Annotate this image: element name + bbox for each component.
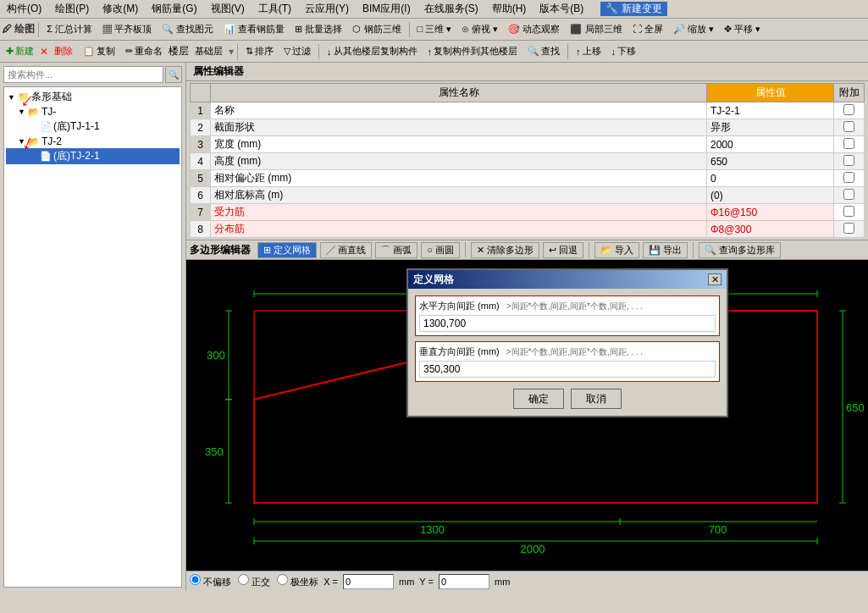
menu-item-online[interactable]: 在线服务(S) bbox=[421, 2, 482, 16]
menu-item-help[interactable]: 帮助(H) bbox=[489, 2, 530, 16]
menu-item-bim[interactable]: BIM应用(I) bbox=[359, 2, 414, 16]
rename-btn[interactable]: ✏ 重命名 bbox=[121, 43, 167, 59]
sort-btn[interactable]: ⇅ 排序 bbox=[241, 43, 278, 59]
local-3d-btn[interactable]: ⬛ 局部三维 bbox=[566, 21, 626, 37]
props-row-attach-1[interactable] bbox=[834, 119, 865, 136]
menu-item-view[interactable]: 视图(V) bbox=[207, 2, 248, 16]
props-row-attach-3[interactable] bbox=[834, 153, 865, 170]
tree-tj1[interactable]: ▼ 📂 TJ- bbox=[6, 105, 180, 119]
dialog-ok-btn[interactable]: 确定 bbox=[513, 389, 564, 409]
props-row-value-0[interactable] bbox=[707, 102, 834, 119]
batch-select-btn[interactable]: ⊞ 批量选择 bbox=[290, 21, 346, 37]
props-row-num-4: 5 bbox=[191, 170, 211, 187]
3d-view-btn[interactable]: □ 三维 ▾ bbox=[413, 21, 456, 37]
pan-btn[interactable]: ✥ 平移 ▾ bbox=[720, 21, 765, 37]
draw-circle-btn[interactable]: ○ 画圆 bbox=[421, 242, 460, 258]
props-row-value-6[interactable] bbox=[707, 204, 834, 221]
radio-no-offset-input[interactable] bbox=[190, 574, 201, 585]
dialog-cancel-btn[interactable]: 取消 bbox=[571, 389, 622, 409]
props-row-value-1[interactable] bbox=[707, 119, 834, 136]
section-label: 🖊 绘图 bbox=[2, 22, 35, 36]
expand-icon-root: ▼ bbox=[8, 93, 16, 102]
view-rebar-btn[interactable]: 📊 查看钢筋量 bbox=[219, 21, 289, 37]
separator-3 bbox=[237, 44, 238, 59]
props-row-attach-5[interactable] bbox=[834, 187, 865, 204]
props-row-value-5[interactable] bbox=[707, 187, 834, 204]
props-row-num-1: 2 bbox=[191, 119, 211, 136]
from-other-floor-btn[interactable]: ↓ 从其他楼层复制构件 bbox=[323, 43, 422, 59]
tree-tj2-1[interactable]: 📄 (底)TJ-2-1 bbox=[6, 148, 180, 164]
radio-orthogonal[interactable]: 正交 bbox=[238, 574, 270, 588]
filter-btn[interactable]: ▽ 过滤 bbox=[279, 43, 315, 59]
floor-label: 楼层 bbox=[169, 44, 189, 58]
radio-orthogonal-input[interactable] bbox=[238, 574, 249, 585]
menu-item-modify[interactable]: 修改(M) bbox=[99, 2, 141, 16]
define-grid-dialog: 定义网格 ✕ 水平方向间距 (mm) >间距*个数,间距,间距*个数,间距, .… bbox=[406, 268, 728, 417]
props-row-value-7[interactable] bbox=[707, 221, 834, 238]
flat-top-btn[interactable]: ▦ 平齐板顶 bbox=[98, 21, 156, 37]
copy-to-btn[interactable]: ↑ 复制构件到其他楼层 bbox=[423, 43, 522, 59]
y-input[interactable] bbox=[439, 574, 489, 589]
props-row-attach-4[interactable] bbox=[834, 170, 865, 187]
find-element-btn[interactable]: 🔍 查找图元 bbox=[158, 21, 218, 37]
props-row-value-3[interactable] bbox=[707, 153, 834, 170]
menu-item-parts[interactable]: 构件(O) bbox=[3, 2, 45, 16]
delete-btn[interactable]: 删除 bbox=[50, 43, 77, 59]
clear-polygon-btn[interactable]: ✕ 清除多边形 bbox=[471, 242, 539, 258]
dialog-titlebar: 定义网格 ✕ bbox=[408, 270, 727, 289]
vertical-hint: >间距*个数,间距,间距*个数,间距, . . . bbox=[506, 346, 643, 358]
menu-item-new-change[interactable]: 🔧 新建变更 bbox=[600, 2, 666, 16]
props-row-value-2[interactable] bbox=[707, 136, 834, 153]
props-row-attach-7[interactable] bbox=[834, 221, 865, 238]
tree-root[interactable]: ▼ 📁 条形基础 bbox=[6, 89, 180, 105]
go-up-btn[interactable]: ↑ 上移 bbox=[572, 43, 605, 59]
undo-btn[interactable]: ↩ 回退 bbox=[543, 242, 583, 258]
radio-polar[interactable]: 极坐标 bbox=[277, 574, 318, 588]
horizontal-label-text: 水平方向间距 (mm) bbox=[419, 300, 500, 312]
props-row-value-4[interactable] bbox=[707, 170, 834, 187]
props-row-num-7: 8 bbox=[191, 221, 211, 238]
separator-2 bbox=[409, 22, 410, 37]
copy-btn[interactable]: 📋 复制 bbox=[79, 43, 119, 59]
folder-icon-tj1: 📂 bbox=[28, 107, 40, 118]
define-grid-btn[interactable]: ⊞ 定义网格 bbox=[257, 242, 317, 258]
rebar-3d-btn[interactable]: ⬡ 钢筋三维 bbox=[348, 21, 405, 37]
tree-tj2[interactable]: ▼ 📂 TJ-2 bbox=[6, 135, 180, 148]
menu-item-draw[interactable]: 绘图(P) bbox=[52, 2, 92, 16]
summarize-btn[interactable]: Σ 汇总计算 bbox=[42, 21, 97, 37]
menu-item-cloud[interactable]: 云应用(Y) bbox=[301, 2, 352, 16]
import-btn[interactable]: 📂 导入 bbox=[594, 242, 639, 258]
props-row-attach-2[interactable] bbox=[834, 136, 865, 153]
search-button[interactable]: 🔍 bbox=[165, 66, 182, 83]
foundation-btn[interactable]: 基础层 bbox=[191, 43, 227, 59]
menu-bar: 构件(O) 绘图(P) 修改(M) 钢筋量(G) 视图(V) 工具(T) 云应用… bbox=[0, 0, 868, 19]
horizontal-hint: >间距*个数,间距,间距*个数,间距, . . . bbox=[506, 301, 643, 312]
query-polygon-btn[interactable]: 🔍 查询多边形库 bbox=[699, 242, 781, 258]
dynamic-obs-btn[interactable]: 🎯 动态观察 bbox=[504, 21, 564, 37]
fullscreen-btn[interactable]: ⛶ 全屏 bbox=[628, 21, 667, 37]
draw-arc-btn[interactable]: ⌒ 画弧 bbox=[375, 242, 417, 258]
vertical-input[interactable] bbox=[419, 361, 716, 378]
horizontal-input[interactable] bbox=[419, 315, 716, 332]
dialog-close-btn[interactable]: ✕ bbox=[708, 273, 721, 285]
radio-polar-input[interactable] bbox=[277, 574, 288, 585]
tree-tj1-label: TJ- bbox=[41, 106, 56, 118]
find-btn[interactable]: 🔍 查找 bbox=[523, 43, 564, 59]
menu-item-tools[interactable]: 工具(T) bbox=[255, 2, 295, 16]
props-row-attach-0[interactable] bbox=[834, 102, 865, 119]
search-input[interactable] bbox=[3, 66, 163, 83]
props-row-name-6: 受力筋 bbox=[211, 204, 707, 221]
radio-no-offset[interactable]: 不偏移 bbox=[190, 574, 231, 588]
new-btn[interactable]: ✚ 新建 bbox=[2, 43, 38, 59]
draw-line-btn[interactable]: ╱ 画直线 bbox=[320, 242, 372, 258]
menu-item-rebar[interactable]: 钢筋量(G) bbox=[148, 2, 200, 16]
view-btn[interactable]: ⊙ 俯视 ▾ bbox=[457, 21, 502, 37]
export-btn[interactable]: 💾 导出 bbox=[643, 242, 688, 258]
menu-item-version[interactable]: 版本号(B) bbox=[536, 2, 587, 16]
props-row-name-1: 截面形状 bbox=[211, 119, 707, 136]
tree-tj1-1[interactable]: 📄 (底)TJ-1-1 bbox=[6, 119, 180, 135]
zoom-btn[interactable]: 🔎 缩放 ▾ bbox=[669, 21, 718, 37]
x-input[interactable] bbox=[343, 574, 394, 589]
props-row-attach-6[interactable] bbox=[834, 204, 865, 221]
go-down-btn[interactable]: ↓ 下移 bbox=[607, 43, 641, 59]
